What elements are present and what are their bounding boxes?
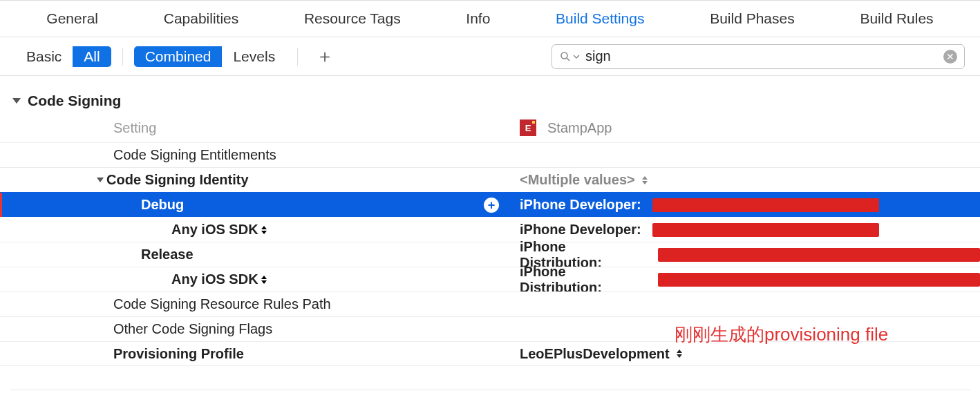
section-title: Code Signing (28, 93, 121, 109)
disclosure-triangle-icon (97, 178, 104, 182)
target-editor-tabbar[interactable]: General Capabilities Resource Tags Info … (0, 0, 980, 37)
toolbar-divider (297, 48, 298, 66)
view-combined-button[interactable]: Combined (134, 46, 223, 67)
search-input[interactable] (585, 48, 938, 64)
scope-filter-group: Basic All (15, 46, 111, 67)
tab-info[interactable]: Info (453, 10, 502, 27)
tab-general[interactable]: General (34, 10, 111, 27)
setting-row-release[interactable]: Release iPhone Distribution: (0, 242, 980, 267)
setting-label: Other Code Signing Flags (113, 321, 272, 337)
chevron-up-down-icon (261, 226, 267, 234)
tab-build-settings[interactable]: Build Settings (543, 10, 657, 27)
redacted-value (652, 198, 879, 212)
section-header-code-signing[interactable]: Code Signing (0, 93, 980, 113)
column-header-target: E StampApp (520, 113, 980, 142)
add-setting-button[interactable]: ＋ (309, 44, 341, 68)
svg-line-1 (567, 58, 569, 61)
close-icon: ✕ (946, 52, 954, 61)
view-mode-group: Combined Levels (134, 46, 286, 67)
settings-table: Setting E StampApp Code Signing Entitlem… (0, 113, 980, 366)
setting-row-release-anysdk[interactable]: Any iOS SDK iPhone Distribution: (0, 267, 980, 291)
setting-label: Any iOS SDK (171, 271, 258, 287)
setting-row-entitlements[interactable]: Code Signing Entitlements (0, 142, 980, 167)
setting-label: Release (141, 247, 194, 262)
setting-row-rules-path[interactable]: Code Signing Resource Rules Path (0, 291, 980, 316)
chevron-up-down-icon (677, 350, 682, 358)
setting-value[interactable]: <Multiple values> (520, 172, 635, 188)
setting-row-debug-anysdk[interactable]: Any iOS SDK iPhone Developer: (0, 217, 980, 242)
tab-capabilities[interactable]: Capabilities (151, 10, 252, 27)
redacted-value (658, 248, 980, 262)
setting-row-identity[interactable]: Code Signing Identity <Multiple values> (0, 167, 980, 192)
redacted-value (652, 223, 879, 237)
tab-resource-tags[interactable]: Resource Tags (292, 10, 413, 27)
redacted-value (658, 273, 980, 287)
add-conditional-button[interactable]: + (484, 198, 499, 213)
clear-search-button[interactable]: ✕ (943, 50, 957, 64)
target-name-label: StampApp (547, 120, 612, 136)
setting-label: Code Signing Entitlements (113, 147, 276, 163)
setting-label: Code Signing Identity (106, 172, 249, 188)
setting-row-other-flags[interactable]: Other Code Signing Flags (0, 316, 980, 341)
svg-point-0 (561, 52, 567, 59)
build-settings-toolbar: Basic All Combined Levels ＋ ✕ (0, 37, 980, 76)
setting-row-provisioning[interactable]: Provisioning Profile LeoEPlusDevelopment (0, 341, 980, 366)
setting-label: Provisioning Profile (113, 346, 244, 362)
setting-value-prefix[interactable]: iPhone Developer: (520, 197, 641, 213)
tab-build-phases[interactable]: Build Phases (697, 10, 807, 27)
filter-all-button[interactable]: All (73, 46, 111, 67)
disclosure-triangle-icon (12, 98, 21, 104)
filter-basic-button[interactable]: Basic (15, 46, 73, 67)
chevron-up-down-icon (261, 276, 267, 284)
setting-value-prefix[interactable]: iPhone Developer: (520, 222, 641, 238)
setting-value[interactable]: LeoEPlusDevelopment (520, 346, 670, 362)
column-header-setting: Setting (0, 113, 520, 142)
separator (10, 390, 970, 390)
setting-value-prefix[interactable]: iPhone Distribution: (520, 264, 651, 296)
target-app-icon: E (520, 119, 536, 136)
plus-icon: + (488, 199, 496, 211)
setting-label: Code Signing Resource Rules Path (113, 296, 331, 312)
search-field-container[interactable]: ✕ (552, 44, 965, 69)
chevron-up-down-icon (642, 176, 648, 184)
setting-row-debug[interactable]: Debug + iPhone Developer: (0, 192, 980, 217)
table-header-row: Setting E StampApp (0, 113, 980, 142)
setting-label: Any iOS SDK (171, 222, 258, 238)
view-levels-button[interactable]: Levels (222, 46, 286, 67)
search-icon (559, 50, 580, 63)
toolbar-divider (122, 48, 123, 66)
tab-build-rules[interactable]: Build Rules (847, 10, 945, 27)
setting-label: Debug (141, 197, 184, 213)
